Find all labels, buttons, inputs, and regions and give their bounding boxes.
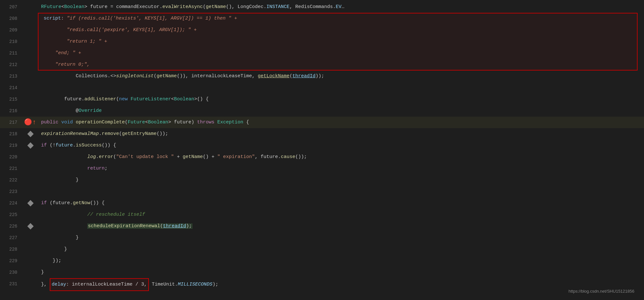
code-content-220: log.error("Can't update lock " + getName… [39,151,644,163]
code-content-211: "end; " + [39,47,644,59]
code-content-229: }); [39,255,644,267]
url-label: https://blog.csdn.net/SHU15121856 [569,289,634,294]
line-number: 218 [0,128,22,140]
line-number: 215 [0,94,22,105]
gutter-208 [22,13,39,24]
code-content-217: public void operationComplete(Future<Boo… [39,117,644,128]
breakpoint-icon [27,131,34,137]
code-content-216: @Override [39,105,644,117]
code-content-213: Collections.<>singletonList(getName()), … [39,71,644,82]
gutter-207 [22,1,39,13]
table-row: 209 "redis.call('pexpire', KEYS[1], ARGV… [0,24,644,36]
script-block-container: 208 script: "if (redis.call('hexists', K… [0,13,644,71]
table-row: 217 🔴↑ public void operationComplete(Fut… [0,117,644,128]
line-number: 226 [0,221,22,232]
gutter-225 [22,209,39,221]
code-content-226: scheduleExpirationRenewal(threadId); [39,221,644,232]
code-content-208: script: "if (redis.call('hexists', KEYS[… [39,13,644,24]
table-row: 231 }, delay: internalLockLeaseTime / 3,… [0,278,644,291]
table-row: 221 return; [0,163,644,174]
line-number: 213 [0,71,22,82]
table-row: 211 "end; " + [0,47,644,59]
gutter-209 [22,24,39,36]
gutter-227 [22,232,39,244]
gutter-229 [22,255,39,267]
breakpoint-icon [27,200,34,206]
table-row: 216 @Override [0,105,644,117]
table-row: 225 // reschedule itself [0,209,644,221]
table-row: 223 [0,186,644,197]
line-number: 221 [0,163,22,174]
code-content-212: "return 0;", [39,59,644,71]
code-content-224: if (future.getNow()) { [39,197,644,209]
table-row: 220 log.error("Can't update lock " + get… [0,151,644,163]
line-number: 219 [0,140,22,151]
code-content-219: if (!future.isSuccess()) { [39,140,644,151]
line-number: 214 [0,82,22,94]
table-row: 219 if (!future.isSuccess()) { [0,140,644,151]
gutter-224 [22,197,39,209]
gutter-231 [22,278,39,291]
gutter-219 [22,140,39,151]
gutter-221 [22,163,39,174]
gutter-230 [22,267,39,278]
code-content-210: "return 1; " + [39,36,644,47]
line-number: 212 [0,59,22,71]
table-row: 214 [0,82,644,94]
line-number: 209 [0,24,22,36]
code-content-215: future.addListener(new FutureListener<Bo… [39,94,644,105]
line-number: 225 [0,209,22,221]
table-row: 230 } [0,267,644,278]
table-row: 212 "return 0;", [0,59,644,71]
gutter-226 [22,221,39,232]
code-editor: 207 RFuture<Boolean> future = commandExe… [0,0,644,291]
line-number: 224 [0,197,22,209]
line-number: 227 [0,232,22,244]
gutter-222 [22,174,39,186]
code-content-222: } [39,174,644,186]
table-row: 228 } [0,244,644,255]
gutter-220 [22,151,39,163]
gutter-215 [22,94,39,105]
code-content-218: expirationRenewalMap.remove(getEntryName… [39,128,644,140]
line-number: 223 [0,186,22,197]
table-row: 215 future.addListener(new FutureListene… [0,94,644,105]
code-content-207: RFuture<Boolean> future = commandExecuto… [39,1,644,13]
code-content-225: // reschedule itself [39,209,644,221]
gutter-218 [22,128,39,140]
table-row: 222 } [0,174,644,186]
gutter-214 [22,82,39,94]
table-row: 227 } [0,232,644,244]
execution-arrow-icon: 🔴↑ [24,117,36,128]
breakpoint-icon [27,142,34,149]
gutter-217: 🔴↑ [22,117,39,128]
line-number: 231 [0,278,22,291]
code-content-209: "redis.call('pexpire', KEYS[1], ARGV[1])… [39,24,644,36]
line-number: 229 [0,255,22,267]
code-content-223 [39,186,644,197]
table-row: 218 expirationRenewalMap.remove(getEntry… [0,128,644,140]
line-number: 217 [0,117,22,128]
table-row: 224 if (future.getNow()) { [0,197,644,209]
line-number: 210 [0,36,22,47]
table-row: 229 }); [0,255,644,267]
code-content-214 [39,82,644,94]
table-row: 207 RFuture<Boolean> future = commandExe… [0,1,644,13]
table-row: 210 "return 1; " + [0,36,644,47]
gutter-223 [22,186,39,197]
line-number: 208 [0,13,22,24]
line-number: 230 [0,267,22,278]
line-number: 228 [0,244,22,255]
line-number: 220 [0,151,22,163]
gutter-212 [22,59,39,71]
code-content-228: } [39,244,644,255]
gutter-211 [22,47,39,59]
breakpoint-icon [27,223,34,229]
line-number: 222 [0,174,22,186]
code-content-227: } [39,232,644,244]
gutter-210 [22,36,39,47]
gutter-213 [22,71,39,82]
gutter-228 [22,244,39,255]
code-content-230: } [39,267,644,278]
table-row: 226 scheduleExpirationRenewal(threadId); [0,221,644,232]
